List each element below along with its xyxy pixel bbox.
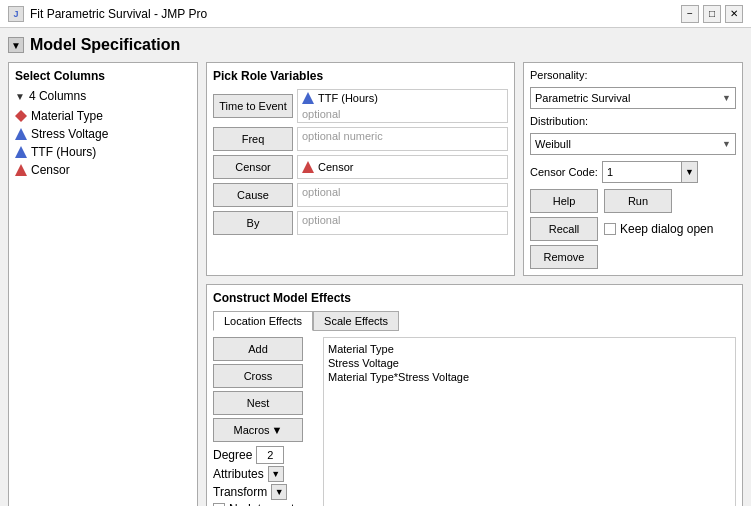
macros-button[interactable]: Macros ▼ — [213, 418, 303, 442]
close-button[interactable]: ✕ — [725, 5, 743, 23]
pick-role-panel: Pick Role Variables Time to Event TTF (H… — [206, 62, 515, 276]
time-to-event-button[interactable]: Time to Event — [213, 94, 293, 118]
no-intercept-row: No Intercept — [213, 502, 317, 506]
column-name: TTF (Hours) — [31, 145, 96, 159]
transform-row: Transform ▼ — [213, 484, 317, 500]
collapse-icon: ▼ — [11, 40, 21, 51]
time-optional-label: optional — [302, 108, 341, 120]
degree-label: Degree — [213, 448, 252, 462]
censor-button[interactable]: Censor — [213, 155, 293, 179]
freq-button[interactable]: Freq — [213, 127, 293, 151]
minimize-button[interactable]: − — [681, 5, 699, 23]
cause-optional: optional — [302, 186, 341, 198]
by-row: By optional — [213, 211, 508, 235]
construct-effects-panel: Construct Model Effects Location Effects… — [206, 284, 743, 506]
transform-label: Transform — [213, 485, 267, 499]
degree-input[interactable] — [256, 446, 284, 464]
censor-code-dropdown-button[interactable]: ▼ — [682, 161, 698, 183]
by-field[interactable]: optional — [297, 211, 508, 235]
list-item[interactable]: Stress Voltage — [15, 125, 191, 143]
construct-effects-title: Construct Model Effects — [213, 291, 736, 305]
model-spec-header: ▼ Model Specification — [8, 36, 743, 54]
personality-row: Personality: — [530, 69, 736, 81]
maximize-button[interactable]: □ — [703, 5, 721, 23]
remove-button[interactable]: Remove — [530, 245, 598, 269]
help-button[interactable]: Help — [530, 189, 598, 213]
effects-buttons: Add Cross Nest Macros ▼ Degree Attribu — [213, 337, 323, 506]
macros-label: Macros — [234, 424, 270, 436]
column-name: Material Type — [31, 109, 103, 123]
right-content: Pick Role Variables Time to Event TTF (H… — [206, 62, 743, 506]
cross-button[interactable]: Cross — [213, 364, 303, 388]
censor-field: Censor — [297, 155, 508, 179]
censor-value: Censor — [318, 161, 353, 173]
continuous-icon — [15, 128, 27, 140]
list-item[interactable]: Stress Voltage — [328, 356, 731, 370]
columns-header: ▼ 4 Columns — [15, 89, 191, 103]
by-button[interactable]: By — [213, 211, 293, 235]
list-item[interactable]: Material Type*Stress Voltage — [328, 370, 731, 384]
distribution-row: Distribution: — [530, 115, 736, 127]
personality-panel: Personality: Parametric Survival ▼ Distr… — [523, 62, 743, 276]
recall-button[interactable]: Recall — [530, 217, 598, 241]
section-title: Model Specification — [30, 36, 180, 54]
list-item[interactable]: Material Type — [328, 342, 731, 356]
run-button[interactable]: Run — [604, 189, 672, 213]
dropdown-arrow-icon: ▼ — [722, 139, 731, 149]
continuous-icon — [15, 146, 27, 158]
personality-value: Parametric Survival — [535, 92, 630, 104]
pick-role-title: Pick Role Variables — [213, 69, 508, 83]
censor-code-input[interactable]: 1 — [602, 161, 682, 183]
app-icon: J — [8, 6, 24, 22]
effects-tabs: Location Effects Scale Effects — [213, 311, 736, 331]
continuous-icon — [302, 92, 314, 104]
distribution-value: Weibull — [535, 138, 571, 150]
tab-location-label: Location Effects — [224, 315, 302, 327]
cause-row: Cause optional — [213, 183, 508, 207]
cause-field[interactable]: optional — [297, 183, 508, 207]
list-item[interactable]: Material Type — [15, 107, 191, 125]
distribution-dropdown[interactable]: Weibull ▼ — [530, 133, 736, 155]
keep-dialog-label: Keep dialog open — [620, 222, 713, 236]
by-optional: optional — [302, 214, 341, 226]
personality-label: Personality: — [530, 69, 587, 81]
column-name: Stress Voltage — [31, 127, 108, 141]
window-title: Fit Parametric Survival - JMP Pro — [30, 7, 207, 21]
freq-row: Freq optional numeric — [213, 127, 508, 151]
attributes-row: Attributes ▼ — [213, 466, 317, 482]
time-to-event-row: Time to Event TTF (Hours) optional — [213, 89, 508, 123]
censor-code-value: 1 — [607, 166, 613, 178]
attributes-label: Attributes — [213, 467, 264, 481]
tab-scale-effects[interactable]: Scale Effects — [313, 311, 399, 331]
macros-arrow-icon: ▼ — [272, 424, 283, 436]
distribution-label: Distribution: — [530, 115, 588, 127]
continuous-red-icon — [302, 161, 314, 173]
title-bar: J Fit Parametric Survival - JMP Pro − □ … — [0, 0, 751, 28]
personality-dropdown[interactable]: Parametric Survival ▼ — [530, 87, 736, 109]
expand-icon: ▼ — [15, 91, 25, 102]
censor-code-row: Censor Code: 1 ▼ — [530, 161, 736, 183]
collapse-button[interactable]: ▼ — [8, 37, 24, 53]
top-panels: Pick Role Variables Time to Event TTF (H… — [206, 62, 743, 276]
construct-inner: Add Cross Nest Macros ▼ Degree Attribu — [213, 337, 736, 506]
no-intercept-label: No Intercept — [229, 502, 294, 506]
main-container: ▼ Model Specification Select Columns ▼ 4… — [0, 28, 751, 506]
columns-list: Material Type Stress Voltage TTF (Hours)… — [15, 107, 191, 187]
add-button[interactable]: Add — [213, 337, 303, 361]
freq-field[interactable]: optional numeric — [297, 127, 508, 151]
continuous-red-icon — [15, 164, 27, 176]
cause-button[interactable]: Cause — [213, 183, 293, 207]
list-item[interactable]: Censor — [15, 161, 191, 179]
dropdown-arrow-icon: ▼ — [722, 93, 731, 103]
list-item[interactable]: TTF (Hours) — [15, 143, 191, 161]
attributes-dropdown-button[interactable]: ▼ — [268, 466, 284, 482]
censor-code-label: Censor Code: — [530, 166, 598, 178]
freq-optional: optional numeric — [302, 130, 383, 142]
select-columns-title: Select Columns — [15, 69, 191, 83]
censor-row: Censor Censor — [213, 155, 508, 179]
keep-dialog-checkbox[interactable] — [604, 223, 616, 235]
time-to-event-field: TTF (Hours) — [297, 89, 508, 106]
nest-button[interactable]: Nest — [213, 391, 303, 415]
transform-dropdown-button[interactable]: ▼ — [271, 484, 287, 500]
tab-location-effects[interactable]: Location Effects — [213, 311, 313, 331]
